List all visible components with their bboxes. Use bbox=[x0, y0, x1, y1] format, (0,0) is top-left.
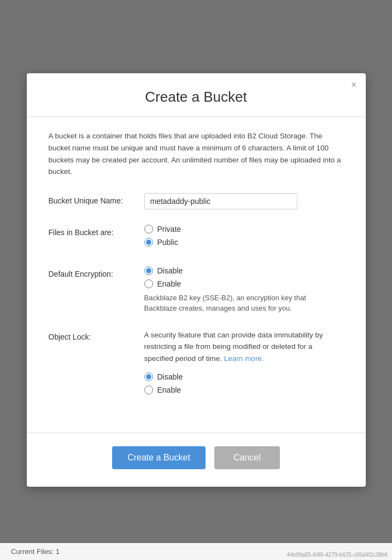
encryption-disable-option[interactable]: Disable bbox=[144, 266, 344, 275]
bucket-description: A bucket is a container that holds files… bbox=[49, 130, 344, 177]
title-divider bbox=[27, 116, 366, 117]
uuid-text: 44b99a55-64f6-4279-b625-c65d4f2c38b6 bbox=[286, 552, 388, 558]
object-lock-label: Object Lock: bbox=[49, 329, 144, 341]
object-lock-disable-label: Disable bbox=[157, 372, 183, 381]
encryption-control: Disable Enable Backblaze B2 key (SSE-B2)… bbox=[144, 266, 344, 314]
encryption-enable-radio[interactable] bbox=[144, 279, 153, 288]
encryption-label: Default Encryption: bbox=[49, 266, 144, 278]
close-button[interactable]: × bbox=[351, 80, 357, 90]
private-option[interactable]: Private bbox=[144, 225, 344, 234]
encryption-disable-label: Disable bbox=[157, 266, 183, 275]
object-lock-row: Object Lock: A security feature that can… bbox=[49, 329, 344, 399]
create-bucket-button[interactable]: Create a Bucket bbox=[112, 446, 206, 469]
private-label: Private bbox=[157, 225, 182, 234]
modal-footer: Create a Bucket Cancel bbox=[27, 446, 366, 487]
files-in-bucket-label: Files in Bucket are: bbox=[49, 225, 144, 237]
current-files-value: 1 bbox=[56, 547, 60, 556]
modal-title: Create a Bucket bbox=[27, 73, 366, 116]
public-radio[interactable] bbox=[144, 238, 153, 247]
learn-more-link[interactable]: Learn more. bbox=[224, 354, 264, 363]
bucket-name-row: Bucket Unique Name: bbox=[49, 193, 344, 209]
encryption-enable-label: Enable bbox=[157, 279, 182, 288]
files-options-control: Private Public bbox=[144, 225, 344, 251]
public-option[interactable]: Public bbox=[144, 238, 344, 247]
bucket-name-input[interactable] bbox=[144, 193, 297, 209]
object-lock-enable-label: Enable bbox=[157, 386, 182, 394]
encryption-enable-option[interactable]: Enable bbox=[144, 279, 344, 288]
object-lock-enable-option[interactable]: Enable bbox=[144, 386, 344, 394]
bucket-name-label: Bucket Unique Name: bbox=[49, 193, 144, 205]
cancel-button[interactable]: Cancel bbox=[214, 446, 280, 469]
object-lock-disable-radio[interactable] bbox=[144, 372, 153, 381]
encryption-row: Default Encryption: Disable Enable Backb… bbox=[49, 266, 344, 314]
object-lock-disable-option[interactable]: Disable bbox=[144, 372, 344, 381]
create-bucket-modal: × Create a Bucket A bucket is a containe… bbox=[27, 73, 366, 486]
object-lock-control: A security feature that can provide data… bbox=[144, 329, 344, 399]
bucket-name-control bbox=[144, 193, 344, 209]
object-lock-description: A security feature that can provide data… bbox=[144, 329, 330, 365]
current-files-label: Current Files: bbox=[11, 547, 54, 556]
object-lock-enable-radio[interactable] bbox=[144, 386, 153, 394]
footer-divider bbox=[27, 433, 366, 433]
encryption-note: Backblaze B2 key (SSE-B2), an encryption… bbox=[144, 293, 319, 314]
public-label: Public bbox=[157, 238, 178, 247]
private-radio[interactable] bbox=[144, 225, 153, 234]
files-in-bucket-row: Files in Bucket are: Private Public bbox=[49, 225, 344, 251]
modal-body: A bucket is a container that holds files… bbox=[27, 130, 366, 427]
encryption-disable-radio[interactable] bbox=[144, 266, 153, 275]
